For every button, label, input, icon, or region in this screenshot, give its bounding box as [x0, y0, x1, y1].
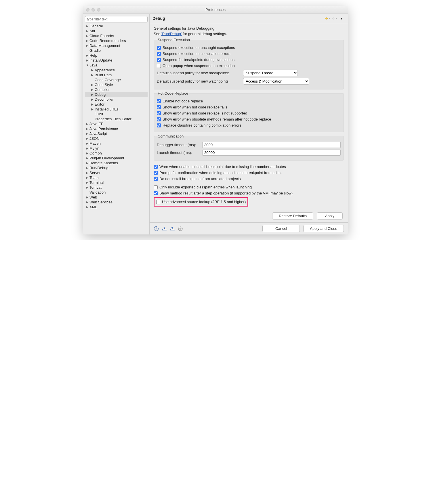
- tree-item-label: Decompiler: [95, 97, 114, 102]
- tree-item[interactable]: ▶Debug: [85, 92, 148, 97]
- tree-item[interactable]: ▶Decompiler: [85, 97, 148, 102]
- suspend-uncaught-checkbox[interactable]: [157, 46, 161, 50]
- tree-item[interactable]: ▶Compiler: [85, 87, 148, 92]
- chevron-right-icon: ▶: [91, 103, 94, 106]
- tree-item[interactable]: Gradle: [85, 48, 148, 53]
- tree-item-label: Code Recommenders: [89, 39, 126, 43]
- tree-item[interactable]: ▶JSON: [85, 136, 148, 141]
- back-button[interactable]: ▼: [325, 16, 331, 21]
- tree-item[interactable]: Code Coverage: [85, 77, 148, 82]
- chevron-right-icon: ▶: [91, 68, 94, 72]
- tree-item[interactable]: ▶Web Services: [85, 200, 148, 205]
- tree-item-label: Oomph: [89, 151, 102, 155]
- filter-input[interactable]: [85, 16, 148, 22]
- tree-item[interactable]: ▶Build Path: [85, 72, 148, 77]
- page-button-row: Restore Defaults Apply: [154, 212, 344, 219]
- apply-close-button[interactable]: Apply and Close: [303, 225, 344, 232]
- hcr-obsolete-checkbox[interactable]: [157, 117, 161, 121]
- svg-text:?: ?: [155, 227, 157, 230]
- tree-item[interactable]: ▶Java Persistence: [85, 126, 148, 131]
- preferences-sidebar: ▶General▶Ant▶Cloud Foundry▶Code Recommen…: [83, 14, 149, 234]
- suspend-compile-label: Suspend execution on compilation errors: [163, 51, 230, 56]
- run-debug-link[interactable]: 'Run/Debug': [161, 32, 182, 36]
- close-window-icon[interactable]: [86, 8, 89, 12]
- tree-item-label: Validation: [89, 190, 106, 194]
- watchpoint-policy-select[interactable]: Access & Modification: [243, 78, 309, 85]
- tree-item[interactable]: ▶Maven: [85, 141, 148, 146]
- suspend-breakpoints-checkbox[interactable]: [157, 58, 161, 62]
- tree-item[interactable]: ▶Mylyn: [85, 146, 148, 151]
- tree-item[interactable]: ▶Team: [85, 175, 148, 180]
- tree-item[interactable]: Validation: [85, 190, 148, 195]
- chevron-right-icon: ▶: [86, 59, 89, 62]
- tree-item[interactable]: ▶Editor: [85, 102, 148, 107]
- chevron-right-icon: ▶: [91, 83, 94, 86]
- tree-item[interactable]: ▶Installed JREs: [85, 107, 148, 112]
- cancel-button[interactable]: Cancel: [262, 225, 300, 232]
- tree-item[interactable]: Properties Files Editor: [85, 117, 148, 121]
- breakpoint-policy-select[interactable]: Suspend Thread: [243, 70, 298, 76]
- tree-item[interactable]: ▶Plug-in Development: [85, 156, 148, 161]
- record-icon[interactable]: [178, 226, 183, 231]
- tree-item-label: Help: [89, 53, 97, 58]
- tree-item[interactable]: JUnit: [85, 112, 148, 117]
- tree-item[interactable]: ▶Cloud Foundry: [85, 33, 148, 38]
- tree-item[interactable]: ▶Code Recommenders: [85, 38, 148, 43]
- import-icon[interactable]: [162, 226, 167, 231]
- chevron-right-icon: ▶: [86, 181, 89, 184]
- prompt-delete-checkbox[interactable]: [154, 171, 158, 175]
- tree-item[interactable]: ▶Appearance: [85, 68, 148, 72]
- hcr-enable-checkbox[interactable]: [157, 99, 161, 103]
- tree-item[interactable]: ▶Run/Debug: [85, 165, 148, 170]
- tree-item[interactable]: ▶Data Management: [85, 43, 148, 48]
- tree-item[interactable]: ▶Ant: [85, 28, 148, 33]
- tree-item[interactable]: ▼Java: [85, 63, 148, 68]
- tree-item[interactable]: ▶Code Style: [85, 82, 148, 87]
- tree-item[interactable]: ▶Java EE: [85, 121, 148, 126]
- page-title: Debug: [152, 16, 325, 21]
- tree-item-label: Java Persistence: [89, 127, 118, 131]
- tree-item[interactable]: ▶Help: [85, 53, 148, 58]
- watchpoint-policy-label: Default suspend policy for new watchpoin…: [157, 79, 240, 83]
- minimize-window-icon[interactable]: [91, 8, 95, 12]
- hcr-fails-checkbox[interactable]: [157, 105, 161, 109]
- unrelated-projects-checkbox[interactable]: [154, 177, 158, 181]
- warn-lineno-checkbox[interactable]: [154, 165, 158, 169]
- forward-button[interactable]: ▼: [332, 16, 337, 21]
- chevron-right-icon: ▶: [86, 176, 89, 179]
- tree-item[interactable]: ▶Install/Update: [85, 58, 148, 63]
- suspend-breakpoints-label: Suspend for breakpoints during evaluatio…: [163, 58, 234, 62]
- nav-arrows: ▼ ▼ ▼: [325, 16, 344, 21]
- method-result-checkbox[interactable]: [154, 191, 158, 195]
- tree-item[interactable]: ▶Remote Systems: [85, 161, 148, 165]
- chevron-right-icon: ▶: [86, 171, 89, 174]
- tree-item[interactable]: ▶Tomcat: [85, 185, 148, 190]
- hcr-unsupported-label: Show error when hot code replace is not …: [163, 111, 247, 115]
- traffic-lights: [86, 8, 100, 12]
- tree-item[interactable]: ▶Server: [85, 170, 148, 175]
- hcr-unsupported-checkbox[interactable]: [157, 111, 161, 115]
- debugger-timeout-field[interactable]: [202, 142, 341, 148]
- suspend-compile-checkbox[interactable]: [157, 52, 161, 56]
- chevron-right-icon: ▶: [86, 201, 89, 204]
- tree-item[interactable]: ▶General: [85, 24, 148, 28]
- help-icon[interactable]: ?: [154, 226, 159, 231]
- launch-timeout-field[interactable]: [202, 150, 341, 156]
- tree-item[interactable]: ▶XML: [85, 205, 148, 209]
- tree-item-label: Compiler: [95, 87, 110, 92]
- zoom-window-icon[interactable]: [97, 8, 100, 12]
- advanced-source-lookup-checkbox[interactable]: [156, 200, 160, 204]
- tree-item[interactable]: ▶JavaScript: [85, 131, 148, 136]
- tree-item[interactable]: ▶Oomph: [85, 151, 148, 156]
- tree-item[interactable]: ▶Terminal: [85, 180, 148, 185]
- apply-button[interactable]: Apply: [317, 212, 343, 219]
- restore-defaults-button[interactable]: Restore Defaults: [272, 212, 313, 219]
- exported-classpath-checkbox[interactable]: [154, 185, 158, 189]
- tree-item-label: Code Style: [95, 83, 113, 87]
- tree-item[interactable]: ▶Web: [85, 195, 148, 200]
- tree-item-label: Data Management: [89, 43, 120, 48]
- hcr-replace-checkbox[interactable]: [157, 123, 161, 127]
- menu-button[interactable]: ▼: [339, 16, 344, 21]
- export-icon[interactable]: [170, 226, 175, 231]
- open-popup-checkbox[interactable]: [157, 64, 161, 68]
